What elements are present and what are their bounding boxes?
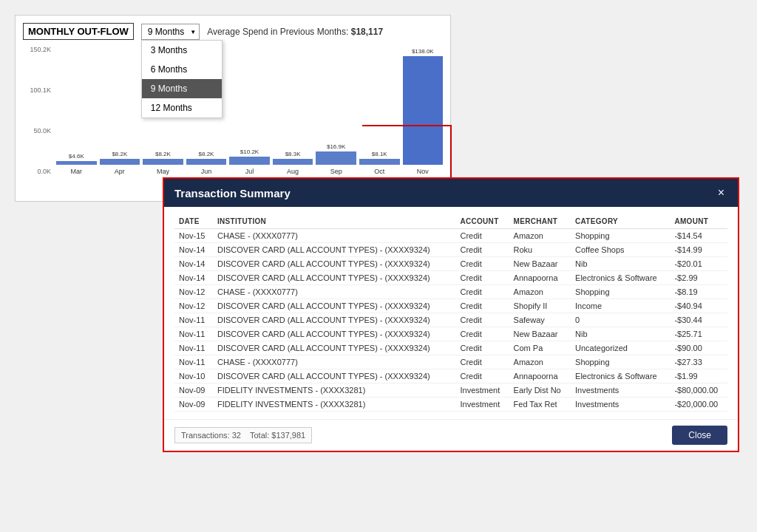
bar-col-jul[interactable]: $10.2KJul (229, 46, 270, 175)
bar-rect-1 (100, 159, 140, 165)
modal-body: DATE INSTITUTION ACCOUNT MERCHANT CATEGO… (164, 207, 738, 419)
cell-amount-12: -$20,000.00 (670, 398, 727, 412)
cell-merchant-9: Amazon (509, 355, 571, 369)
cell-date-9: Nov-11 (174, 355, 213, 369)
cell-institution-1: DISCOVER CARD (ALL ACCOUNT TYPES) - (XXX… (213, 243, 455, 257)
cell-institution-2: DISCOVER CARD (ALL ACCOUNT TYPES) - (XXX… (213, 257, 455, 271)
cell-institution-7: DISCOVER CARD (ALL ACCOUNT TYPES) - (XXX… (213, 327, 455, 341)
cell-date-3: Nov-14 (174, 271, 213, 285)
bar-label-8: Nov (417, 168, 429, 175)
table-row: Nov-09FIDELITY INVESTMENTS - (XXXX3281)I… (174, 398, 727, 412)
cell-merchant-6: Safeway (509, 313, 571, 327)
transactions-total: Total: $137,981 (250, 431, 305, 440)
close-button[interactable]: Close (672, 426, 727, 445)
transactions-count: Transactions: 32 (181, 431, 241, 440)
bar-value-5: $8.3K (285, 151, 301, 157)
col-date: DATE (174, 214, 213, 229)
months-dropdown-wrapper: 9 Months 3 Months 6 Months 9 Months 12 M… (141, 24, 200, 40)
table-row: Nov-14DISCOVER CARD (ALL ACCOUNT TYPES) … (174, 271, 727, 285)
cell-amount-7: -$25.71 (670, 327, 727, 341)
cell-amount-8: -$90.00 (670, 341, 727, 355)
months-dropdown-button[interactable]: 9 Months (141, 24, 200, 40)
cell-account-1: Credit (455, 243, 509, 257)
y-label-50: 50.0K (23, 127, 54, 134)
cell-category-7: Nib (571, 327, 670, 341)
cell-category-12: Investments (571, 398, 670, 412)
bar-col-aug[interactable]: $8.3KAug (273, 46, 313, 175)
cell-merchant-5: Shopify II (509, 299, 571, 313)
cell-account-5: Credit (455, 299, 509, 313)
avg-spend-label: Average Spend in Previous Months: $18,11… (207, 27, 383, 37)
bar-label-0: Mar (71, 168, 83, 175)
cell-category-9: Shopping (571, 355, 670, 369)
cell-category-10: Electronics & Software (571, 369, 670, 383)
cell-date-2: Nov-14 (174, 257, 213, 271)
bar-label-2: May (157, 168, 169, 175)
table-row: Nov-12DISCOVER CARD (ALL ACCOUNT TYPES) … (174, 299, 727, 313)
bars-area: $4.6KMar$8.2KApr$8.2KMay$8.2KJun$10.2KJu… (56, 46, 443, 175)
cell-institution-8: DISCOVER CARD (ALL ACCOUNT TYPES) - (XXX… (213, 341, 455, 355)
cell-amount-1: -$14.99 (670, 243, 727, 257)
cell-category-11: Investments (571, 383, 670, 398)
cell-account-0: Credit (455, 229, 509, 243)
cell-account-4: Credit (455, 285, 509, 299)
bar-col-mar[interactable]: $4.6KMar (56, 46, 97, 175)
bar-label-5: Aug (287, 168, 299, 175)
cell-institution-4: CHASE - (XXXX0777) (213, 285, 455, 299)
modal-header: Transaction Summary × (164, 179, 738, 207)
cell-amount-6: -$30.44 (670, 313, 727, 327)
col-merchant: MERCHANT (509, 214, 571, 229)
bar-value-1: $8.2K (112, 151, 127, 157)
bar-col-apr[interactable]: $8.2KApr (100, 46, 140, 175)
dropdown-12months[interactable]: 12 Months (142, 98, 222, 117)
cell-merchant-11: Early Dist No (509, 383, 571, 398)
cell-institution-10: DISCOVER CARD (ALL ACCOUNT TYPES) - (XXX… (213, 369, 455, 383)
bar-rect-7 (359, 159, 400, 165)
bar-col-nov[interactable]: $138.0KNov (403, 46, 444, 175)
cell-account-12: Investment (455, 398, 509, 412)
cell-amount-4: -$8.19 (670, 285, 727, 299)
col-institution: INSTITUTION (213, 214, 455, 229)
bar-col-sep[interactable]: $16.9KSep (316, 46, 356, 175)
modal-close-button[interactable]: × (715, 186, 727, 200)
cell-date-11: Nov-09 (174, 383, 213, 398)
bar-label-4: Jul (245, 168, 254, 175)
cell-account-6: Credit (455, 313, 509, 327)
cell-amount-0: -$14.54 (670, 229, 727, 243)
cell-institution-12: FIDELITY INVESTMENTS - (XXXX3281) (213, 398, 455, 412)
bar-rect-4 (229, 157, 270, 165)
cell-merchant-1: Roku (509, 243, 571, 257)
cell-account-8: Credit (455, 341, 509, 355)
table-row: Nov-14DISCOVER CARD (ALL ACCOUNT TYPES) … (174, 243, 727, 257)
bar-value-6: $16.9K (327, 143, 345, 150)
bar-col-oct[interactable]: $8.1KOct (359, 46, 400, 175)
cell-merchant-10: Annapoorna (509, 369, 571, 383)
table-body: Nov-15CHASE - (XXXX0777)CreditAmazonShop… (174, 229, 727, 412)
y-label-150: 150.2K (23, 46, 54, 53)
cell-account-10: Credit (455, 369, 509, 383)
cell-date-6: Nov-11 (174, 313, 213, 327)
dropdown-3months[interactable]: 3 Months (142, 41, 222, 60)
table-row: Nov-11DISCOVER CARD (ALL ACCOUNT TYPES) … (174, 341, 727, 355)
cell-date-12: Nov-09 (174, 398, 213, 412)
bar-label-1: Apr (115, 168, 125, 175)
cell-date-0: Nov-15 (174, 229, 213, 243)
bar-rect-6 (316, 151, 356, 165)
cell-institution-11: FIDELITY INVESTMENTS - (XXXX3281) (213, 383, 455, 398)
cell-institution-9: CHASE - (XXXX0777) (213, 355, 455, 369)
table-row: Nov-11DISCOVER CARD (ALL ACCOUNT TYPES) … (174, 313, 727, 327)
col-category: CATEGORY (571, 214, 670, 229)
y-label-0: 0.0K (23, 168, 54, 175)
dropdown-9months[interactable]: 9 Months (142, 79, 222, 98)
chart-title: MONTHLY OUT-FLOW (23, 23, 134, 40)
cell-date-10: Nov-10 (174, 369, 213, 383)
cell-institution-3: DISCOVER CARD (ALL ACCOUNT TYPES) - (XXX… (213, 271, 455, 285)
dropdown-6months[interactable]: 6 Months (142, 60, 222, 79)
months-dropdown-menu: 3 Months 6 Months 9 Months 12 Months (141, 40, 223, 118)
cell-amount-5: -$40.94 (670, 299, 727, 313)
cell-account-3: Credit (455, 271, 509, 285)
bar-value-0: $4.6K (69, 153, 84, 160)
cell-date-8: Nov-11 (174, 341, 213, 355)
cell-category-0: Shopping (571, 229, 670, 243)
cell-amount-3: -$2.99 (670, 271, 727, 285)
